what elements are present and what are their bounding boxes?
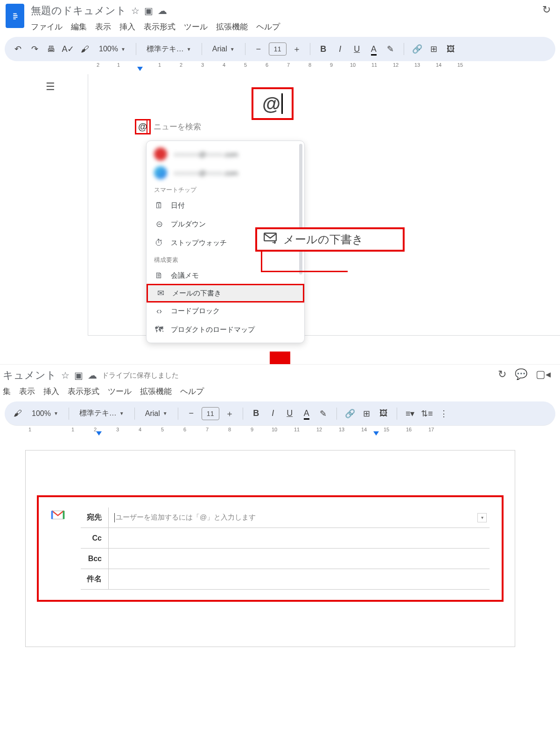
- document-page[interactable]: 宛先 ユーザーを追加するには「@」と入力します ▾ Cc Bcc 件名: [25, 450, 515, 647]
- toolbar: ↶ ↷ 🖶 A✓ 🖌 100%▼ 標準テキ…▼ Arial▼ − 11 ＋ B …: [5, 37, 555, 61]
- insert-link-button[interactable]: 🔗: [343, 406, 357, 422]
- print-button[interactable]: 🖶: [45, 41, 58, 57]
- insert-image-button[interactable]: 🖼: [377, 406, 390, 422]
- document-page[interactable]: @ ニューを検索 @ ○○○○○○@○○○○.com ○○○○○○@○○○○.c…: [88, 74, 560, 336]
- menu-tools[interactable]: ツール: [184, 21, 208, 32]
- font-size-input[interactable]: 11: [269, 42, 287, 56]
- cloud-status-icon: ☁: [158, 5, 167, 16]
- paragraph-style-dropdown[interactable]: 標準テキ…▼: [76, 408, 128, 418]
- menu-help[interactable]: ヘルプ: [256, 21, 280, 32]
- menu-file[interactable]: ファイル: [31, 21, 63, 32]
- star-icon[interactable]: ☆: [131, 5, 140, 16]
- undo-button[interactable]: ↶: [11, 41, 24, 57]
- more-button[interactable]: ⋮: [437, 406, 450, 422]
- history-icon[interactable]: ↻: [498, 368, 506, 380]
- italic-button[interactable]: I: [266, 406, 280, 422]
- meet-icon[interactable]: ▢◂: [536, 368, 551, 380]
- highlight-button[interactable]: ✎: [317, 406, 330, 422]
- doc-title-partial[interactable]: キュメント: [3, 368, 56, 382]
- font-size-decrease[interactable]: −: [252, 41, 265, 57]
- move-folder-icon[interactable]: ▣: [144, 5, 153, 16]
- contact-suggestion[interactable]: ○○○○○○@○○○○.com: [147, 163, 304, 182]
- doc-title[interactable]: 無題のドキュメント: [31, 4, 126, 18]
- history-icon[interactable]: ↻: [542, 4, 551, 16]
- zoom-dropdown[interactable]: 100%▼: [95, 45, 129, 53]
- text-color-button[interactable]: A: [367, 41, 380, 57]
- menu-format[interactable]: 表示形式: [144, 21, 175, 32]
- stopwatch-icon: ⏱: [154, 238, 164, 248]
- popup-item-email-draft[interactable]: ✉メールの下書き: [147, 284, 304, 303]
- outline-toggle-icon[interactable]: ☰: [46, 81, 55, 336]
- menu-edit[interactable]: 編集: [71, 21, 87, 32]
- font-size-decrease[interactable]: −: [185, 406, 198, 422]
- horizontal-ruler: 2 1 1 2 3 4 5 6 7 8 9 10 11 12 13 14 15: [0, 61, 560, 74]
- font-size-increase[interactable]: ＋: [290, 41, 303, 57]
- field-input-bcc[interactable]: [109, 549, 490, 569]
- font-dropdown[interactable]: Arial▼: [141, 409, 171, 418]
- insert-comment-button[interactable]: ⊞: [427, 41, 441, 57]
- paint-format-button[interactable]: 🖌: [11, 406, 24, 422]
- menu-view[interactable]: 表示: [19, 386, 35, 397]
- menu-extensions[interactable]: 拡張機能: [140, 386, 172, 397]
- insert-link-button[interactable]: 🔗: [411, 41, 424, 57]
- calendar-icon: 🗓: [154, 201, 164, 211]
- popup-section-smartchip: スマートチップ: [147, 182, 304, 196]
- field-input-cc[interactable]: [109, 528, 490, 548]
- move-folder-icon[interactable]: ▣: [74, 370, 83, 381]
- paint-format-button[interactable]: 🖌: [78, 41, 91, 57]
- docs-app-icon[interactable]: [6, 4, 24, 28]
- map-icon: 🗺: [154, 325, 164, 335]
- svg-rect-3: [13, 19, 15, 20]
- field-label-subject: 件名: [81, 569, 109, 589]
- menu-insert[interactable]: 挿入: [119, 21, 135, 32]
- field-label-bcc: Bcc: [81, 549, 109, 569]
- annotation-connector: [261, 249, 348, 272]
- field-input-to[interactable]: ユーザーを追加するには「@」と入力します: [109, 507, 477, 528]
- spellcheck-button[interactable]: A✓: [62, 41, 75, 57]
- menu-tools[interactable]: ツール: [108, 386, 132, 397]
- doc-icon: 🗎: [154, 271, 164, 281]
- menu-edit[interactable]: 集: [3, 386, 11, 397]
- field-label-to: 宛先: [81, 507, 109, 528]
- popup-item-code-block[interactable]: ‹›コードブロック: [147, 302, 304, 320]
- font-dropdown[interactable]: Arial▼: [209, 45, 238, 53]
- vertical-ruler: [0, 74, 13, 336]
- insert-comment-button[interactable]: ⊞: [360, 406, 373, 422]
- font-size-input[interactable]: 11: [202, 407, 219, 420]
- menu-format[interactable]: 表示形式: [68, 386, 99, 397]
- popup-item-roadmap[interactable]: 🗺プロダクトのロードマップ: [147, 320, 304, 339]
- email-draft-block[interactable]: 宛先 ユーザーを追加するには「@」と入力します ▾ Cc Bcc 件名: [37, 495, 504, 602]
- menu-help[interactable]: ヘルプ: [180, 386, 204, 397]
- paragraph-style-dropdown[interactable]: 標準テキ…▼: [143, 44, 195, 54]
- align-button[interactable]: ≡▾: [404, 406, 417, 422]
- menu-extensions[interactable]: 拡張機能: [216, 21, 248, 32]
- text-color-button[interactable]: A: [300, 406, 313, 422]
- comments-icon[interactable]: 💬: [515, 368, 527, 380]
- underline-button[interactable]: U: [283, 406, 296, 422]
- redo-button[interactable]: ↷: [28, 41, 41, 57]
- font-size-increase[interactable]: ＋: [223, 406, 236, 422]
- popup-item-date[interactable]: 🗓日付: [147, 196, 304, 215]
- zoom-dropdown[interactable]: 100%▼: [28, 409, 62, 418]
- line-spacing-button[interactable]: ⇅≡: [420, 406, 434, 422]
- bold-button[interactable]: B: [250, 406, 263, 422]
- save-status-text: ドライブに保存しました: [102, 371, 179, 380]
- underline-button[interactable]: U: [350, 41, 364, 57]
- horizontal-ruler: 1 1 2 3 4 5 6 7 8 9 10 11 12 13 14 15 16…: [0, 426, 560, 439]
- svg-rect-2: [13, 17, 17, 18]
- toolbar: 🖌 100%▼ 標準テキ…▼ Arial▼ − 11 ＋ B I U A ✎ 🔗…: [5, 401, 555, 426]
- cloud-status-icon: ☁: [88, 370, 97, 381]
- insert-image-button[interactable]: 🖼: [444, 41, 457, 57]
- menu-view[interactable]: 表示: [95, 21, 111, 32]
- annotation-connector: [147, 120, 272, 134]
- gmail-icon: [51, 509, 65, 523]
- svg-rect-4: [264, 233, 276, 241]
- menu-insert[interactable]: 挿入: [43, 386, 59, 397]
- star-icon[interactable]: ☆: [61, 370, 70, 381]
- to-dropdown-icon[interactable]: ▾: [477, 513, 487, 522]
- highlight-button[interactable]: ✎: [384, 41, 397, 57]
- contact-suggestion[interactable]: ○○○○○○@○○○○.com: [147, 145, 304, 163]
- field-input-subject[interactable]: [109, 569, 490, 589]
- italic-button[interactable]: I: [334, 41, 347, 57]
- bold-button[interactable]: B: [317, 41, 330, 57]
